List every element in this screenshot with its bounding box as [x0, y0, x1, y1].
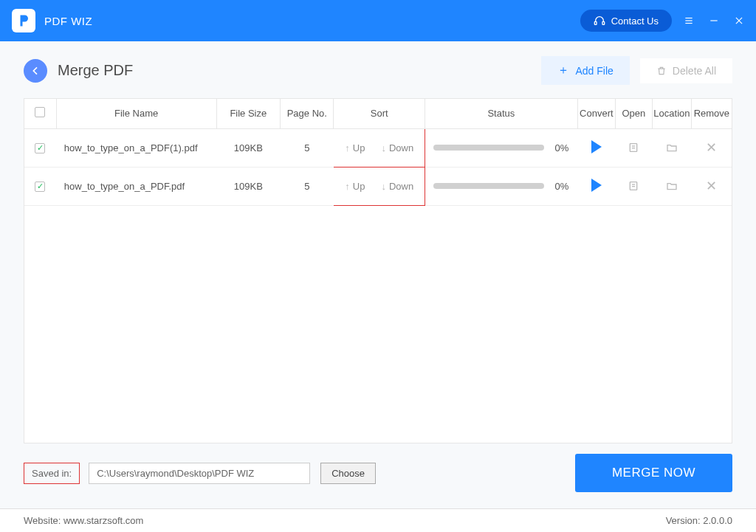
open-location-icon[interactable] — [653, 180, 692, 192]
app-logo — [12, 9, 35, 32]
table-row: how_to_type_on_a_PDF(1).pdf 109KB 5 ↑ Up… — [24, 128, 732, 167]
convert-button[interactable] — [591, 179, 602, 192]
row-checkbox[interactable] — [35, 143, 45, 153]
delete-all-label: Delete All — [673, 65, 716, 77]
saved-in-label: Saved in: — [24, 463, 80, 484]
cell-pageno: 5 — [281, 167, 334, 205]
remove-row-icon[interactable]: ✕ — [706, 179, 717, 193]
app-title: PDF WIZ — [44, 15, 92, 27]
progress-bar: 0% — [425, 181, 577, 192]
sort-down-button[interactable]: ↓ Down — [381, 142, 413, 153]
page-title: Merge PDF — [58, 62, 133, 79]
sort-down-button[interactable]: ↓ Down — [381, 181, 413, 192]
add-file-button[interactable]: ＋ Add File — [541, 56, 629, 85]
file-table: File Name File Size Page No. Sort Status… — [24, 98, 732, 443]
svg-rect-0 — [594, 21, 597, 24]
table-row: how_to_type_on_a_PDF.pdf 109KB 5 ↑ Up ↓ … — [24, 167, 732, 205]
svg-rect-1 — [602, 21, 605, 24]
website-link[interactable]: Website: www.starzsoft.com — [24, 515, 143, 526]
sort-up-button[interactable]: ↑ Up — [345, 142, 365, 153]
progress-bar: 0% — [425, 142, 577, 153]
version-label: Version: 2.0.0.0 — [666, 515, 732, 526]
col-filename: File Name — [56, 99, 216, 128]
col-sort: Sort — [334, 99, 425, 128]
col-location: Location — [652, 99, 692, 128]
cell-filename: how_to_type_on_a_PDF(1).pdf — [56, 128, 216, 167]
col-remove: Remove — [692, 99, 732, 128]
progress-pct: 0% — [554, 142, 568, 153]
plus-icon: ＋ — [557, 63, 569, 78]
sort-up-button[interactable]: ↑ Up — [345, 181, 365, 192]
open-file-icon[interactable] — [616, 142, 652, 153]
trash-icon — [656, 66, 667, 76]
menu-icon[interactable] — [684, 15, 694, 26]
col-filesize: File Size — [216, 99, 281, 128]
open-location-icon[interactable] — [653, 142, 692, 153]
footer: Website: www.starzsoft.com Version: 2.0.… — [0, 508, 756, 532]
cell-filesize: 109KB — [216, 128, 281, 167]
arrow-up-icon: ↑ — [345, 181, 350, 192]
headset-icon — [594, 15, 605, 27]
select-all-checkbox[interactable] — [35, 107, 45, 117]
save-path-input[interactable] — [89, 463, 310, 484]
contact-us-button[interactable]: Contact Us — [580, 10, 672, 32]
col-convert: Convert — [577, 99, 616, 128]
col-pageno: Page No. — [281, 99, 334, 128]
arrow-up-icon: ↑ — [345, 142, 350, 153]
choose-folder-button[interactable]: Choose — [320, 463, 376, 484]
back-button[interactable] — [24, 59, 47, 83]
col-checkbox — [24, 99, 56, 128]
col-open: Open — [616, 99, 653, 128]
arrow-down-icon: ↓ — [381, 142, 386, 153]
delete-all-button[interactable]: Delete All — [640, 58, 732, 83]
remove-row-icon[interactable]: ✕ — [706, 140, 717, 155]
merge-now-button[interactable]: MERGE NOW — [575, 454, 732, 492]
row-checkbox[interactable] — [35, 182, 45, 192]
cell-filename: how_to_type_on_a_PDF.pdf — [56, 167, 216, 205]
col-status: Status — [425, 99, 577, 128]
arrow-down-icon: ↓ — [381, 181, 386, 192]
close-icon[interactable] — [734, 15, 744, 26]
titlebar: PDF WIZ Contact Us — [0, 0, 756, 41]
open-file-icon[interactable] — [616, 180, 652, 192]
convert-button[interactable] — [591, 140, 602, 153]
contact-us-label: Contact Us — [611, 15, 659, 27]
add-file-label: Add File — [575, 65, 613, 77]
minimize-icon[interactable] — [709, 15, 719, 26]
progress-pct: 0% — [554, 181, 568, 192]
cell-filesize: 109KB — [216, 167, 281, 205]
cell-pageno: 5 — [281, 128, 334, 167]
